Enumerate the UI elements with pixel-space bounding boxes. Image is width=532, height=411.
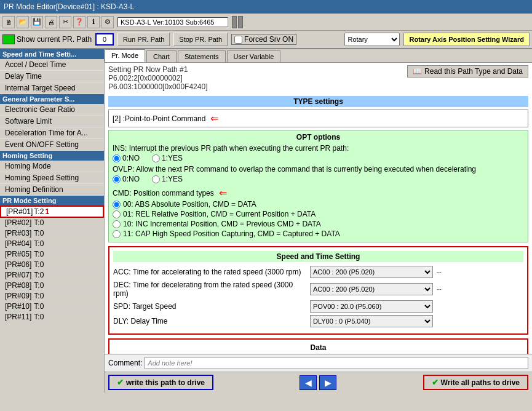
tab-pr-mode[interactable]: Pr. Mode (105, 49, 145, 62)
pr-item-03[interactable]: [PR#03] T:0 (0, 228, 104, 239)
ovlp-radio-1: 1:YES (152, 175, 183, 183)
sidebar-item-accel-decel[interactable]: Accel / Decel Time (0, 59, 104, 71)
cmd-arrow-icon: ⇐ (219, 187, 227, 199)
sidebar-item-event-onoff[interactable]: Event ON/OFF Setting (0, 139, 104, 151)
nav-left-button[interactable]: ◀ (300, 375, 317, 390)
type-box: [2] :Point-to-Point Command ⇐ (108, 110, 528, 127)
cmd-radio-00[interactable] (113, 201, 121, 209)
sidebar: Speed and Time Setti... Accel / Decel Ti… (0, 49, 105, 393)
content-inner: Setting PR Now Path #1 P6.002:2[0x000000… (105, 63, 532, 354)
write-all-button[interactable]: ✔ Write all paths to drive (423, 375, 528, 390)
acc-dash: -- (437, 268, 442, 276)
pr-item-05[interactable]: [PR#05] T:0 (0, 249, 104, 260)
ins-radio-0: 0:NO (113, 154, 140, 162)
icon5[interactable]: ✂ (59, 16, 71, 28)
rotary-select[interactable]: Rotary Linear (344, 33, 400, 46)
comment-label: Comment: (108, 359, 142, 367)
sidebar-item-delay-time[interactable]: Delay Time (0, 71, 104, 82)
icon8[interactable]: ⚙ (101, 16, 114, 28)
sidebar-item-homing-mode[interactable]: Homing Mode (0, 161, 104, 172)
forced-srv-label: Forced Srv ON (244, 35, 293, 44)
ovlp-radio-0-input[interactable] (113, 175, 121, 183)
comment-bar: Comment: (105, 354, 532, 372)
ins-radio-1-input[interactable] (152, 154, 160, 162)
pr-item-11[interactable]: [PR#11] T:0 (0, 312, 104, 322)
nav-right-button[interactable]: ▶ (319, 375, 336, 390)
icon4[interactable]: 🖨 (45, 16, 57, 28)
pr-path-input[interactable] (95, 33, 114, 46)
write-path-button[interactable]: ✔ write this path to drive (108, 375, 213, 390)
acc-row: ACC: Time for accelerating to the rated … (113, 266, 523, 278)
icon6[interactable]: ❓ (73, 16, 85, 28)
tab-statements[interactable]: Statements (178, 50, 226, 62)
icon7[interactable]: ℹ (87, 16, 100, 28)
ovlp-radio-1-input[interactable] (152, 175, 160, 183)
tab-user-variable[interactable]: User Variable (227, 50, 281, 62)
tab-chart[interactable]: Chart (146, 50, 177, 62)
pr-item-09[interactable]: [PR#09] T:0 (0, 291, 104, 301)
sidebar-item-internal-target[interactable]: Internal Target Speed (0, 82, 104, 94)
speed-section-header[interactable]: Speed and Time Setti... (0, 49, 104, 59)
dec-row: DEC: Time for decelerating from the rate… (113, 281, 523, 298)
cmd-radio-11[interactable] (113, 230, 121, 238)
sidebar-item-homing-speed[interactable]: Homing Speed Setting (0, 172, 104, 184)
wizard-button[interactable]: Rotary Axis Position Setting Wizard (403, 33, 530, 46)
cmd-section: CMD: Position command types ⇐ 00: ABS Ab… (113, 187, 524, 238)
nav-buttons: ◀ ▶ (300, 375, 336, 390)
dec-label: DEC: Time for decelerating from the rate… (113, 281, 310, 298)
general-section-header[interactable]: General Parameter S... (0, 94, 104, 104)
ins-row: INS: Interrupt the previous PR path when… (113, 144, 524, 162)
cmd-label: CMD: Position command types (113, 189, 214, 198)
opt-header: OPT options (113, 133, 524, 142)
pr-info-line2: P6.002:2[0x00000002] (108, 74, 207, 82)
cmd-option-10: 10: INC Incremental Position, CMD = Prev… (113, 220, 524, 228)
icon2[interactable]: 📂 (17, 16, 29, 28)
pr-item-01[interactable]: [PR#01] T:2 1 (0, 206, 104, 218)
tab-bar: Pr. Mode Chart Statements User Variable (105, 49, 532, 63)
cmd-option-11: 11: CAP High Speed Position Capturing, C… (113, 229, 524, 238)
sidebar-item-software-limit[interactable]: Software Limit (0, 116, 104, 127)
homing-section-header[interactable]: Homing Setting (0, 151, 104, 161)
spd-label: SPD: Target Speed (113, 302, 310, 311)
sidebar-item-deceleration[interactable]: Deceleration Time for A... (0, 127, 104, 139)
icon1[interactable]: 🗎 (2, 16, 15, 28)
ovlp-row: OVLP: Allow the next PR command to overl… (113, 165, 524, 183)
pr-item-02[interactable]: [PR#02] T:0 (0, 218, 104, 228)
status-indicator (2, 34, 15, 44)
acc-label: ACC: Time for accelerating to the rated … (113, 268, 310, 276)
pr-item-07[interactable]: [PR#07] T:0 (0, 270, 104, 281)
comment-input[interactable] (145, 357, 528, 369)
sidebar-item-homing-definition[interactable]: Homing Definition (0, 184, 104, 196)
run-pr-button[interactable]: Run PR. Path (117, 33, 170, 46)
sidebar-item-electronic-gear[interactable]: Electronic Gear Ratio (0, 104, 104, 116)
pr-item-04[interactable]: [PR#04] T:0 (0, 239, 104, 249)
title-text: PR Mode Editor[Device#01] : KSD-A3-L (4, 2, 134, 11)
write-checkmark-icon: ✔ (117, 378, 124, 387)
cmd-radio-01[interactable] (113, 210, 121, 218)
type-header: TYPE settings (108, 96, 528, 107)
forced-srv-checkbox[interactable] (234, 36, 242, 44)
ovlp-label: OVLP: Allow the next PR command to overl… (113, 165, 524, 174)
dec-select[interactable]: AC00 : 200 (P5.020) (310, 283, 433, 295)
pr-item-08[interactable]: [PR#08] T:0 (0, 281, 104, 291)
pr-info: Setting PR Now Path #1 P6.002:2[0x000000… (108, 65, 207, 91)
device-label: KSD-A3-L Ver:10103 Sub:6465 (117, 17, 228, 27)
read-icon: 📖 (413, 67, 422, 76)
ins-radio-1: 1:YES (152, 154, 183, 162)
cmd-header-row: CMD: Position command types ⇐ (113, 187, 524, 199)
acc-select[interactable]: AC00 : 200 (P5.020) (310, 266, 433, 278)
spd-select[interactable]: POV00 : 20.0 (P5.060) (310, 300, 433, 313)
read-button[interactable]: 📖 Read this Path Type and Data (407, 65, 528, 78)
ins-radio-0-input[interactable] (113, 154, 121, 162)
pr-item-10[interactable]: [PR#10] T:0 (0, 301, 104, 312)
dly-select[interactable]: DLY00 : 0 (P5.040) (310, 315, 433, 327)
stop-pr-button[interactable]: Stop PR. Path (173, 33, 228, 46)
device-toolbar: 🗎 📂 💾 🖨 ✂ ❓ ℹ ⚙ KSD-A3-L Ver:10103 Sub:6… (0, 14, 532, 31)
pr-mode-section-header[interactable]: PR Mode Setting (0, 196, 104, 206)
pr-info-row: Setting PR Now Path #1 P6.002:2[0x000000… (108, 65, 528, 94)
icon3[interactable]: 💾 (31, 16, 43, 28)
pr-item-06[interactable]: [PR#06] T:0 (0, 260, 104, 270)
cmd-radio-10[interactable] (113, 220, 121, 228)
ovlp-radio-row: 0:NO 1:YES (113, 175, 524, 183)
dly-row: DLY: Delay Time DLY00 : 0 (P5.040) (113, 315, 523, 327)
